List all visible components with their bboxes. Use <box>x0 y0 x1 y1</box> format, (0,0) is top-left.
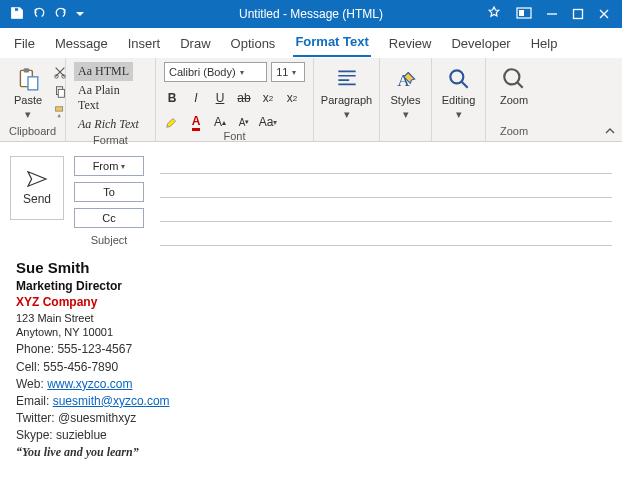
subject-label: Subject <box>74 234 144 246</box>
editing-button[interactable]: Editing ▾ <box>440 62 477 125</box>
sig-addr1: 123 Main Street <box>16 311 606 326</box>
strike-icon[interactable]: ab <box>236 90 252 106</box>
coming-soon-icon[interactable] <box>486 5 502 24</box>
highlight-icon[interactable] <box>164 114 180 130</box>
svg-rect-6 <box>28 77 38 90</box>
svg-rect-5 <box>24 68 29 72</box>
from-field[interactable] <box>160 156 612 174</box>
chevron-down-icon: ▾ <box>456 108 462 121</box>
italic-icon[interactable]: I <box>188 90 204 106</box>
minimize-icon[interactable] <box>546 8 558 20</box>
group-label-zoom: Zoom <box>494 125 534 139</box>
superscript-icon[interactable]: x2 <box>284 90 300 106</box>
ribbon-mode-icon[interactable] <box>516 7 532 22</box>
font-color-icon[interactable]: A <box>188 114 204 130</box>
sig-company: XYZ Company <box>16 294 606 310</box>
tab-draw[interactable]: Draw <box>178 30 212 57</box>
ribbon: Paste ▾ Clipboard Aa HTML Aa Plain Text … <box>0 58 622 142</box>
sig-name: Sue Smith <box>16 258 606 278</box>
tab-format-text[interactable]: Format Text <box>293 28 370 57</box>
grow-font-icon[interactable]: A▴ <box>212 114 228 130</box>
collapse-ribbon-icon[interactable] <box>604 125 616 137</box>
svg-rect-11 <box>56 107 63 111</box>
cc-field[interactable] <box>160 204 612 222</box>
group-font: Calibri (Body)▾ 11▾ B I U ab x2 x2 A A▴ … <box>156 58 314 141</box>
cc-button[interactable]: Cc <box>74 208 144 228</box>
chevron-down-icon: ▾ <box>344 108 350 121</box>
group-label-clipboard: Clipboard <box>8 125 57 139</box>
bold-icon[interactable]: B <box>164 90 180 106</box>
tab-help[interactable]: Help <box>529 30 560 57</box>
tab-review[interactable]: Review <box>387 30 434 57</box>
format-rich-option[interactable]: Aa Rich Text <box>74 115 143 134</box>
group-clipboard: Paste ▾ Clipboard <box>0 58 66 141</box>
compose-header: Send From ▾ To Cc Subject <box>0 142 622 252</box>
qat-dropdown-icon[interactable] <box>76 7 84 21</box>
svg-rect-1 <box>519 10 524 16</box>
tab-developer[interactable]: Developer <box>449 30 512 57</box>
change-case-icon[interactable]: Aa▾ <box>260 114 276 130</box>
subject-field[interactable] <box>160 228 612 246</box>
to-field[interactable] <box>160 180 612 198</box>
font-family-select[interactable]: Calibri (Body)▾ <box>164 62 267 82</box>
tab-insert[interactable]: Insert <box>126 30 163 57</box>
sig-web-link[interactable]: www.xyzco.com <box>47 377 132 391</box>
group-paragraph: Paragraph ▾ <box>314 58 380 141</box>
tab-file[interactable]: File <box>12 30 37 57</box>
group-format: Aa HTML Aa Plain Text Aa Rich Text Forma… <box>66 58 156 141</box>
tab-options[interactable]: Options <box>229 30 278 57</box>
svg-point-14 <box>504 69 519 84</box>
to-button[interactable]: To <box>74 182 144 202</box>
chevron-down-icon: ▾ <box>403 108 409 121</box>
paragraph-button[interactable]: Paragraph ▾ <box>322 62 371 125</box>
send-icon <box>26 170 48 188</box>
sig-quote: “You live and you learn” <box>16 444 606 460</box>
underline-icon[interactable]: U <box>212 90 228 106</box>
svg-rect-3 <box>574 10 583 19</box>
group-label-font: Font <box>164 130 305 144</box>
group-zoom: Zoom Zoom <box>486 58 542 141</box>
close-icon[interactable] <box>598 8 610 20</box>
group-label-format: Format <box>74 134 147 148</box>
svg-rect-10 <box>58 89 64 97</box>
title-bar: Untitled - Message (HTML) <box>0 0 622 28</box>
send-button[interactable]: Send <box>10 156 64 220</box>
subscript-icon[interactable]: x2 <box>260 90 276 106</box>
chevron-down-icon: ▾ <box>25 108 31 121</box>
zoom-button[interactable]: Zoom <box>494 62 534 110</box>
format-html-option[interactable]: Aa HTML <box>74 62 133 81</box>
format-plain-option[interactable]: Aa Plain Text <box>74 81 147 115</box>
ribbon-tabs: File Message Insert Draw Options Format … <box>0 28 622 58</box>
sig-addr2: Anytown, NY 10001 <box>16 325 606 340</box>
font-size-select[interactable]: 11▾ <box>271 62 305 82</box>
message-body[interactable]: Sue Smith Marketing Director XYZ Company… <box>0 252 622 500</box>
group-editing: Editing ▾ <box>432 58 486 141</box>
redo-icon[interactable] <box>54 6 68 23</box>
sig-title: Marketing Director <box>16 278 606 294</box>
tab-message[interactable]: Message <box>53 30 110 57</box>
group-styles: A Styles ▾ <box>380 58 432 141</box>
paste-button[interactable]: Paste ▾ <box>8 62 48 125</box>
shrink-font-icon[interactable]: A▾ <box>236 114 252 130</box>
from-button[interactable]: From ▾ <box>74 156 144 176</box>
save-icon[interactable] <box>10 6 24 23</box>
maximize-icon[interactable] <box>572 8 584 20</box>
styles-button[interactable]: A Styles ▾ <box>388 62 423 125</box>
sig-email-link[interactable]: suesmith@xyzco.com <box>53 394 170 408</box>
undo-icon[interactable] <box>32 6 46 23</box>
